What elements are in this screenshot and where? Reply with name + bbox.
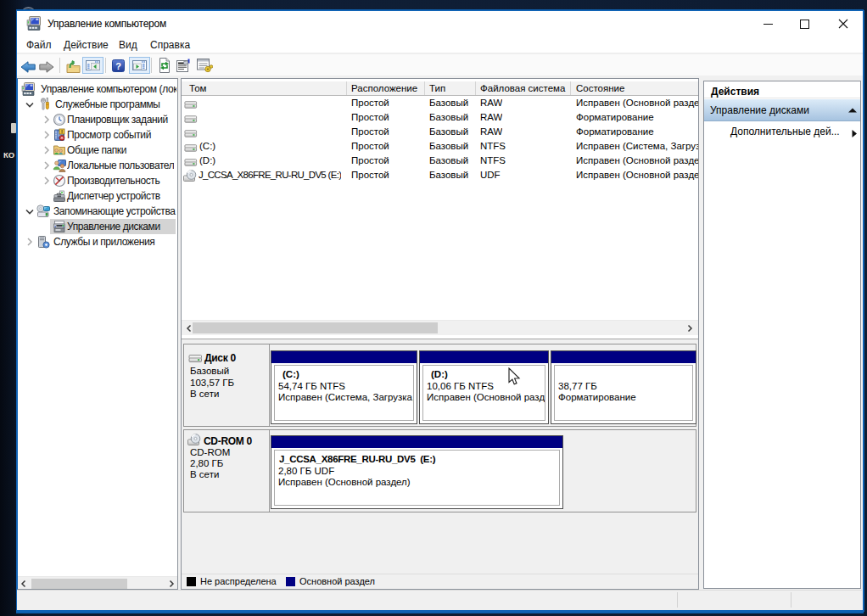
svg-text:?: ? [115, 61, 121, 71]
